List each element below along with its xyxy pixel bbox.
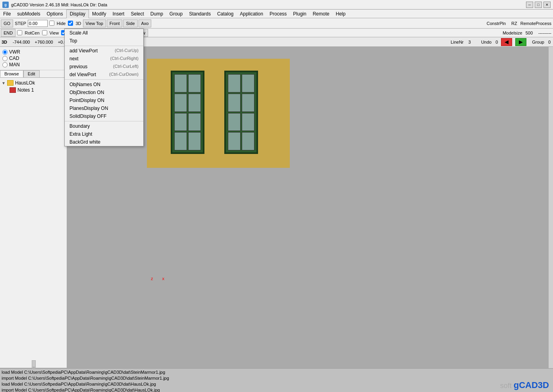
status-line-4: import Model C:\Users\SoftpediaPC\AppDat… — [2, 387, 551, 392]
pane — [228, 113, 241, 131]
x-coord: -744.000 — [13, 40, 30, 44]
menu-item-options[interactable]: Options — [43, 10, 66, 18]
tab-edit[interactable]: Edit — [23, 70, 40, 77]
pane — [188, 94, 201, 112]
end-button[interactable]: END — [1, 29, 15, 37]
nav-forward-button[interactable]: ▶ — [515, 38, 526, 46]
menu-item-label: add ViewPort — [69, 48, 98, 54]
maximize-button[interactable]: □ — [535, 2, 542, 8]
radio-vwr-label: VWR — [9, 49, 20, 55]
front-button[interactable]: Front — [107, 19, 123, 27]
tab-browse[interactable]: Browse — [0, 70, 23, 77]
menu-item-application[interactable]: Application — [237, 10, 266, 18]
minimize-button[interactable]: ─ — [526, 2, 533, 8]
pane — [174, 74, 187, 92]
pane — [228, 94, 241, 112]
model-size-label: Modelsize — [503, 31, 522, 35]
view-checkbox[interactable] — [42, 30, 47, 35]
status-line-2: import Model C:\Users\SoftpediaPC\AppDat… — [2, 375, 551, 381]
hide-label: Hide — [57, 21, 66, 26]
radio-cad-input[interactable] — [2, 56, 8, 61]
display-menu-item[interactable]: PlanesDisplay ON — [65, 104, 143, 112]
menu-item-file[interactable]: File — [0, 10, 14, 18]
line-nr-label: LineNr — [451, 40, 463, 44]
radio-group: VWR CAD MAN — [0, 47, 67, 70]
display-menu-item[interactable]: Top — [65, 37, 143, 45]
undo-label: Undo — [481, 40, 491, 44]
x-axis-label: x — [162, 276, 165, 281]
go-button[interactable]: GO — [1, 19, 13, 27]
display-menu-item[interactable]: BackGrd white — [65, 138, 143, 146]
menu-separator — [65, 46, 143, 46]
pane — [242, 74, 254, 92]
pane — [242, 113, 254, 131]
menu-item-plugin[interactable]: Plugin — [290, 10, 309, 18]
display-menu-item[interactable]: del ViewPort(Ctrl-CurDown) — [65, 71, 143, 79]
titlebar: g gCAD3D Version 2.46.18 Mdl: HausLOk Di… — [0, 0, 553, 10]
display-menu-item[interactable]: PointDisplay ON — [65, 96, 143, 104]
hide-checkbox[interactable] — [49, 21, 54, 26]
menu-separator — [65, 121, 143, 121]
tree-root[interactable]: ▼ HausLOk — [2, 79, 65, 86]
constr-pln-label: ConstrPln — [487, 21, 506, 26]
radio-man-input[interactable] — [2, 62, 8, 67]
display-menu-item[interactable]: ObjNames ON — [65, 81, 143, 88]
pane — [228, 132, 241, 150]
display-menu-item[interactable]: Extra Light — [65, 130, 143, 138]
tree-area: ▼ HausLOk Notes 1 — [0, 78, 67, 368]
rotcen-checkbox[interactable] — [17, 30, 22, 35]
tab-bar: Browse Edit — [0, 70, 67, 78]
menu-item-group[interactable]: Group — [166, 10, 186, 18]
menu-item-standards[interactable]: Standards — [186, 10, 214, 18]
radio-cad: CAD — [2, 56, 64, 61]
mode-label: 3D — [2, 40, 7, 44]
statusbar: load Model C:\Users\SoftpediaPC\AppData\… — [0, 368, 553, 392]
menu-item-remote[interactable]: Remote — [310, 10, 333, 18]
close-button[interactable]: ✕ — [543, 2, 551, 8]
nav-back-button[interactable]: ◀ — [501, 38, 512, 46]
window-left — [171, 71, 204, 154]
side-button[interactable]: Side — [123, 19, 137, 27]
display-menu-item[interactable]: Scale All — [65, 29, 143, 37]
scrollbar-vertical[interactable] — [548, 47, 553, 368]
menu-item-insert[interactable]: Insert — [109, 10, 127, 18]
menu-item-display[interactable]: Display — [66, 10, 89, 18]
rz-label: RZ — [511, 21, 517, 26]
radio-vwr-input[interactable] — [2, 50, 8, 55]
pane — [174, 94, 187, 112]
pane — [174, 132, 187, 150]
menu-item-label: previous — [69, 64, 87, 69]
axo-button[interactable]: Axo — [139, 19, 152, 27]
3d-checkbox[interactable] — [68, 21, 73, 26]
window-controls: ─ □ ✕ — [526, 2, 551, 8]
display-menu-item[interactable]: SolidDisplay OFF — [65, 112, 143, 120]
group-label: Group — [532, 40, 544, 44]
view-top-button[interactable]: View Top — [83, 19, 106, 27]
logo-soft: soft — [500, 382, 514, 390]
tree-notes[interactable]: Notes 1 — [2, 86, 65, 94]
menu-item-modify[interactable]: Modify — [89, 10, 109, 18]
pane — [242, 132, 254, 150]
menu-item-submodels[interactable]: subModels — [14, 10, 43, 18]
menu-item-label: del ViewPort — [69, 72, 96, 77]
rz-val: --------- — [538, 31, 551, 35]
menu-item-catalog[interactable]: Catalog — [214, 10, 237, 18]
step-input[interactable] — [28, 20, 48, 27]
toolbar1: GO STEP Hide 3D View Top Front Side Axo … — [0, 18, 553, 29]
status-line-3: load Model C:\Users\SoftpediaPC\AppData\… — [2, 381, 551, 387]
menu-item-label: next — [69, 56, 79, 61]
title-left: g gCAD3D Version 2.46.18 Mdl: HausLOk Di… — [2, 2, 107, 8]
folder-icon — [7, 80, 13, 86]
pane — [188, 132, 201, 150]
display-menu-item[interactable]: previous(Ctrl-CurLeft) — [65, 63, 143, 71]
step-label: STEP — [15, 21, 26, 26]
display-menu-item[interactable]: add ViewPort(Ctrl-CurUp) — [65, 47, 143, 55]
menu-item-process[interactable]: Process — [266, 10, 290, 18]
display-menu-item[interactable]: Boundary — [65, 122, 143, 130]
menu-item-dump[interactable]: Dump — [147, 10, 166, 18]
display-menu-item[interactable]: next(Ctrl-CurRight) — [65, 55, 143, 63]
menu-shortcut: (Ctrl-CurLeft) — [113, 64, 139, 69]
menu-item-select[interactable]: Select — [127, 10, 147, 18]
display-menu-item[interactable]: ObjDirection ON — [65, 88, 143, 96]
menu-item-help[interactable]: Help — [333, 10, 349, 18]
